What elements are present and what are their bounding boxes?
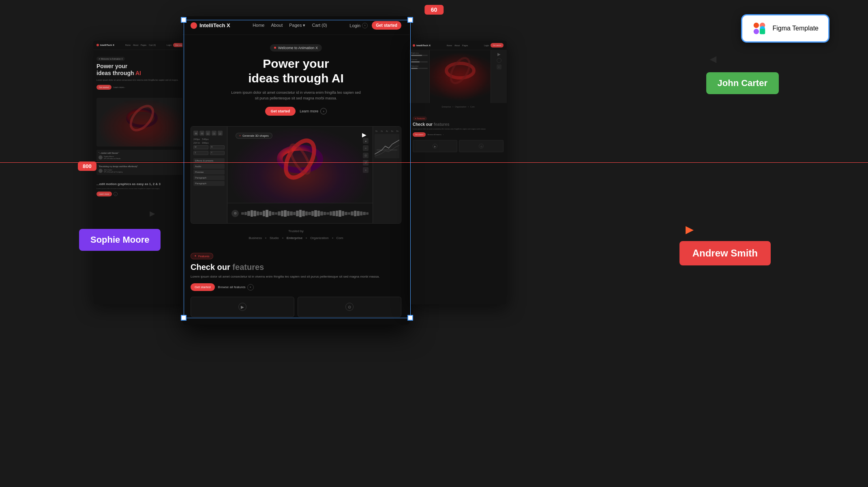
right-mockup: IntelliTech X Home About Pages Login Get…: [409, 41, 507, 304]
right-features-title: Check our features: [413, 122, 504, 127]
cursor-white: ▶: [362, 131, 366, 138]
right-nav: IntelliTech X Home About Pages Login Get…: [409, 41, 507, 50]
corner-handle-tl[interactable]: [181, 17, 186, 23]
main-nav-actions: Login › Get started: [349, 21, 401, 30]
preview-area: ⊞ ⊟ ◱ ◳ ◲ 240px 540px 234 in 900px W H X…: [191, 126, 401, 224]
svg-rect-4: [760, 29, 765, 34]
left-hero-learn: Learn more ›: [114, 86, 125, 88]
feature-card-2: ⊙: [298, 297, 401, 317]
features-cta[interactable]: Get started: [191, 283, 215, 291]
right-feature-cards: ▶ ⊙: [409, 140, 507, 155]
corner-handle-br[interactable]: [407, 315, 413, 321]
hero-badge-dot: [274, 47, 276, 49]
hero-description: Lorem ipsum dolor sit amet consectetur i…: [231, 90, 361, 101]
selection-line-left: [184, 20, 184, 318]
width-indicator-top: 60: [424, 5, 444, 15]
hero-learn-btn[interactable]: Learn more ›: [300, 108, 327, 114]
left-hero: ✦ Welcome to Animation X Power your idea…: [93, 50, 191, 98]
trusted-business: Business: [249, 236, 262, 240]
features-buttons: Get started Browse all features ›: [191, 283, 401, 291]
left-nav-logo-text: IntelliTech X: [100, 44, 114, 46]
features-badge: ✦ Features: [191, 253, 213, 259]
trusted-enterprise: Enterprise: [287, 236, 303, 240]
left-hero-title: Power your ideas through AI: [96, 63, 187, 77]
hero-cta-btn[interactable]: Get started: [265, 107, 296, 116]
corner-handle-bl[interactable]: [181, 315, 186, 321]
hero-badge: Welcome to Animation X: [270, 44, 322, 52]
left-features: ...edit motion graphics as easy as 1, 2 …: [93, 180, 191, 199]
feature-card-1: ▶: [191, 297, 294, 317]
selection-line-bottom: [183, 318, 410, 318]
main-navbar: IntelliTech X Home About Pages ▾ Cart (0…: [182, 16, 409, 35]
sophie-moore-badge: Sophie Moore: [79, 229, 161, 251]
left-nav-logo-icon: [96, 44, 99, 46]
svg-point-6: [126, 102, 157, 134]
features-browse[interactable]: Browse all features ›: [218, 284, 254, 291]
features-title: Check our features: [191, 263, 401, 272]
generate-badge: + Generate 3D shapes: [236, 133, 272, 139]
trusted-section: Trusted by Business Studio Enterprise Or…: [182, 224, 409, 246]
john-carter-badge: John Carter: [706, 72, 779, 94]
svg-rect-1: [754, 29, 759, 34]
main-nav-logo: IntelliTech X: [191, 22, 230, 29]
right-fc-2: ⊙: [459, 140, 504, 152]
preview-left-panel: ⊞ ⊟ ◱ ◳ ◲ 240px 540px 234 in 900px W H X…: [191, 127, 227, 223]
main-nav-links: Home About Pages ▾ Cart (0): [253, 23, 327, 28]
audio-play-btn[interactable]: ⊙: [231, 210, 239, 217]
figma-icon: [752, 21, 767, 36]
waveform: [241, 209, 369, 218]
cursor-orange: ▶: [686, 223, 694, 236]
arrow-pointer-left: ◄: [148, 209, 157, 220]
trusted-com: Com: [336, 236, 343, 240]
figma-template-badge[interactable]: Figma Template: [741, 14, 829, 43]
main-hero: Welcome to Animation X Power your ideas …: [182, 35, 409, 126]
audio-bar: ⊙: [227, 203, 373, 223]
main-nav-cta[interactable]: Get started: [372, 21, 401, 30]
main-nav-login: Login ›: [349, 23, 368, 28]
timeline-graph: [375, 134, 399, 158]
trusted-logos: Business Studio Enterprise Organization …: [191, 236, 401, 240]
left-hero-btns: Get started Learn more ›: [96, 85, 187, 90]
main-mockup: IntelliTech X Home About Pages ▾ Cart (0…: [182, 16, 409, 325]
left-nav-logo: IntelliTech X: [96, 44, 114, 46]
preview-canvas: ▶ ● + ◎ ↺ +: [227, 127, 373, 223]
svg-point-8: [280, 136, 320, 183]
left-testimonials: "...motion with Neural." Sophie Moore VP…: [93, 147, 191, 180]
left-nav-links: Home About Pages Cart (0): [125, 44, 156, 46]
left-hero-badge: ✦ Welcome to Animation X: [96, 57, 125, 61]
right-trusted: Enterprise • Organization • Com: [409, 103, 507, 110]
preview-right-panel: 0s 2s 4s 6s 8s: [373, 127, 401, 223]
main-nav-logo-icon: [191, 22, 197, 29]
features-section: ✦ Features Check our features Lorem ipsu…: [182, 246, 409, 297]
hero-title: Power your ideas through AI: [191, 56, 401, 86]
selection-line-right: [410, 20, 411, 318]
selection-line-top: [183, 20, 410, 20]
trusted-organization: Organization: [310, 236, 328, 240]
right-fc-1: ▶: [413, 140, 457, 152]
figma-template-label: Figma Template: [772, 25, 819, 32]
left-mockup: IntelliTech X Home About Pages Cart (0) …: [93, 41, 191, 304]
3d-shape: [276, 135, 324, 183]
trusted-label: Trusted by: [191, 229, 401, 233]
learn-more-arrow: ›: [320, 108, 327, 114]
svg-rect-0: [754, 23, 759, 28]
left-preview: [96, 98, 187, 147]
features-description: Lorem ipsum dolor sit amet consectetur i…: [191, 274, 401, 279]
andrew-smith-badge: Andrew Smith: [679, 241, 771, 265]
hero-buttons: Get started Learn more ›: [191, 107, 401, 116]
width-indicator-left: 800: [78, 162, 96, 171]
left-hero-cta: Get started: [96, 85, 111, 90]
right-features: ✦ Features Check our features Lorem ipsu…: [409, 110, 507, 140]
trusted-studio: Studio: [270, 236, 279, 240]
left-testimonial-2: "Revoluting my design workflow effortles…: [96, 163, 187, 175]
left-testimonial-1: "...motion with Neural." Sophie Moore VP…: [96, 150, 187, 162]
guide-horizontal: [0, 162, 868, 163]
arrow-pointer-tr: ◄: [707, 54, 719, 67]
left-hero-desc: Lorem ipsum dolor sit amet consectetur i…: [96, 79, 187, 82]
svg-point-11: [447, 55, 473, 86]
right-preview: Brightness Contrast Saturation: [409, 50, 507, 103]
left-nav: IntelliTech X Home About Pages Cart (0) …: [93, 41, 191, 50]
corner-handle-tr[interactable]: [407, 17, 413, 23]
feature-cards: ▶ ⊙: [182, 297, 409, 323]
